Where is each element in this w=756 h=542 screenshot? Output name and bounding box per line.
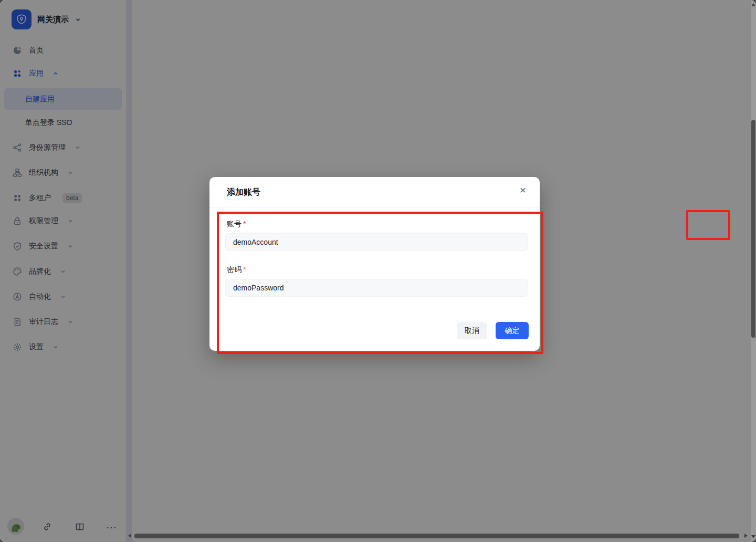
required-mark: * bbox=[243, 265, 246, 274]
password-input[interactable] bbox=[225, 279, 528, 297]
password-field-label: 密码* bbox=[227, 265, 246, 275]
scroll-down-arrow[interactable] bbox=[751, 535, 755, 538]
confirm-button[interactable]: 确定 bbox=[496, 322, 529, 339]
cancel-button[interactable]: 取消 bbox=[457, 322, 487, 339]
scroll-up-arrow[interactable] bbox=[751, 3, 755, 6]
horizontal-scroll-thumb[interactable] bbox=[134, 534, 739, 538]
account-field-label: 账号* bbox=[227, 220, 246, 229]
scroll-left-arrow[interactable] bbox=[128, 534, 131, 538]
dialog-header-divider bbox=[209, 207, 540, 207]
close-icon[interactable]: × bbox=[520, 184, 526, 195]
required-mark: * bbox=[243, 220, 246, 228]
scroll-right-arrow[interactable] bbox=[744, 534, 748, 538]
add-account-dialog: 添加账号 × 账号* 密码* 取消 确定 bbox=[209, 177, 540, 351]
account-input[interactable] bbox=[225, 233, 528, 251]
dialog-title: 添加账号 bbox=[227, 187, 260, 198]
vertical-scroll-thumb[interactable] bbox=[751, 120, 755, 338]
app-window: 网关演示 首页 应用 自建应用 单点登录 SSO bbox=[0, 0, 756, 542]
